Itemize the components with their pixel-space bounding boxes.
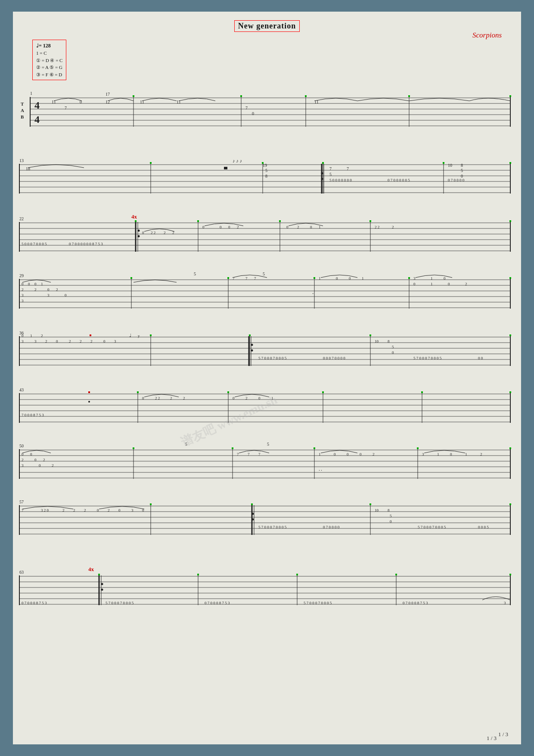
svg-rect-266 (417, 447, 419, 449)
svg-text:1: 1 (41, 282, 43, 286)
svg-text:0: 0 (142, 396, 144, 400)
page-number-text: 1 / 3 (487, 735, 497, 741)
page-number: 1 / 3 (498, 731, 508, 738)
svg-text:5: 5 (390, 514, 392, 518)
svg-text:3: 3 (413, 276, 416, 281)
svg-rect-219 (137, 391, 139, 393)
svg-text:0 7 0 0 0 0 0 0 8 7 5 3: 0 7 0 0 0 0 0 0 8 7 5 3 (69, 242, 103, 246)
svg-text:5: 5 (265, 168, 267, 173)
svg-text:2 2: 2 2 (155, 396, 160, 400)
system-2 (19, 164, 510, 194)
svg-text:0: 0 (39, 463, 41, 468)
svg-text:2: 2 (80, 339, 82, 344)
svg-point-79 (138, 230, 140, 232)
svg-point-166 (251, 350, 253, 352)
svg-rect-330 (296, 574, 298, 575)
tab-notation: T A B 4 4 1 11 7 0 17 12 11 11 7 0 (13, 12, 521, 744)
svg-rect-302 (251, 503, 253, 505)
svg-text:5: 5 (194, 272, 196, 276)
svg-text:7: 7 (347, 166, 349, 171)
svg-text:2: 2 (480, 452, 482, 456)
svg-text:2: 2 (392, 225, 394, 229)
svg-rect-193 (369, 334, 371, 336)
svg-text:0: 0 (349, 276, 351, 281)
svg-text:0: 0 (413, 282, 416, 286)
svg-rect-220 (227, 391, 229, 393)
svg-text:0: 0 (65, 293, 67, 297)
svg-text:2: 2 (56, 287, 58, 292)
svg-text:0 0 0 5: 0 0 0 5 (478, 525, 489, 529)
svg-rect-192 (249, 334, 251, 336)
svg-rect-222 (421, 391, 423, 393)
svg-rect-264 (232, 447, 233, 449)
svg-rect-102 (197, 220, 199, 222)
svg-text:2: 2 (43, 458, 45, 462)
svg-rect-149 (227, 277, 229, 279)
svg-rect-63 (150, 162, 152, 164)
svg-text:0 7 0 0 0 0 0 5: 0 7 0 0 0 0 0 5 (388, 178, 410, 182)
svg-text:2: 2 (73, 508, 75, 512)
svg-text:7: 7 (254, 276, 256, 281)
svg-text:3: 3 (22, 339, 24, 344)
svg-text:5 7 0 0 0 7 0 0 0 5: 5 7 0 0 0 7 0 0 0 5 (258, 356, 287, 360)
svg-rect-25 (133, 95, 134, 97)
svg-text:2: 2 (52, 463, 54, 468)
svg-text:2: 2 (45, 339, 47, 344)
svg-text:0 7 0 0 0 8 7 5 3: 0 7 0 0 0 8 7 5 3 (22, 601, 47, 605)
svg-text:2: 2 (90, 339, 93, 344)
svg-text:4: 4 (34, 100, 40, 111)
svg-point-44 (321, 178, 323, 180)
svg-rect-263 (133, 447, 134, 449)
svg-text:♩: ♩ (129, 333, 131, 338)
svg-text:2: 2 (237, 225, 239, 229)
svg-text:1: 1 (30, 334, 32, 338)
svg-text:0: 0 (228, 225, 230, 229)
svg-text:3: 3 (34, 339, 37, 344)
svg-text:5: 5 (392, 345, 394, 349)
svg-text:0: 0 (34, 458, 37, 462)
svg-text:5 7 0 0 0 7 0 0 0 5: 5 7 0 0 0 7 0 0 0 5 (106, 601, 134, 605)
svg-rect-150 (314, 277, 315, 279)
svg-text:2: 2 (164, 231, 166, 235)
svg-rect-103 (279, 220, 281, 222)
svg-text:5 7 0 0 0 7 0 0 0 5: 5 7 0 0 0 7 0 0 0 5 (418, 525, 446, 529)
svg-text:5: 5 (329, 172, 332, 177)
svg-rect-67 (509, 162, 511, 164)
svg-text:11: 11 (177, 100, 181, 104)
svg-text:1: 1 (437, 452, 439, 456)
system-8 (19, 505, 510, 535)
svg-text:18: 18 (26, 166, 30, 171)
svg-text:3 2 0: 3 2 0 (41, 508, 49, 512)
svg-text:0: 0 (347, 452, 349, 456)
svg-rect-191 (150, 334, 152, 336)
svg-point-317 (101, 589, 103, 591)
svg-text:7: 7 (245, 276, 248, 281)
svg-text:63: 63 (19, 570, 24, 575)
svg-text:2: 2 (41, 334, 43, 338)
svg-text:29: 29 (19, 273, 24, 278)
svg-text:3: 3 (22, 293, 24, 297)
svg-rect-48 (224, 167, 227, 169)
svg-text:y: y (138, 334, 140, 338)
svg-text:2: 2 (34, 287, 37, 292)
svg-rect-26 (240, 95, 242, 97)
svg-text:8: 8 (388, 339, 390, 344)
svg-text:0: 0 (252, 111, 254, 116)
svg-text:0: 0 (334, 452, 336, 456)
svg-rect-265 (314, 447, 315, 449)
system-9 (19, 575, 510, 605)
svg-text:2 2: 2 2 (375, 225, 379, 229)
svg-rect-152 (509, 277, 511, 279)
svg-text:7: 7 (237, 452, 239, 456)
svg-text:7: 7 (65, 106, 67, 110)
svg-text:0: 0 (22, 282, 24, 286)
svg-text:0: 0 (390, 519, 392, 524)
svg-text:3: 3 (22, 299, 24, 303)
svg-text:7: 7 (258, 452, 261, 456)
svg-text:0 7 0 0 0 8 7 5 3: 0 7 0 0 0 8 7 5 3 (205, 601, 230, 605)
svg-text:3: 3 (504, 601, 506, 605)
svg-point-316 (101, 583, 103, 585)
svg-text:0: 0 (22, 334, 24, 338)
svg-text:0: 0 (142, 231, 144, 235)
svg-text:0: 0 (336, 276, 338, 281)
